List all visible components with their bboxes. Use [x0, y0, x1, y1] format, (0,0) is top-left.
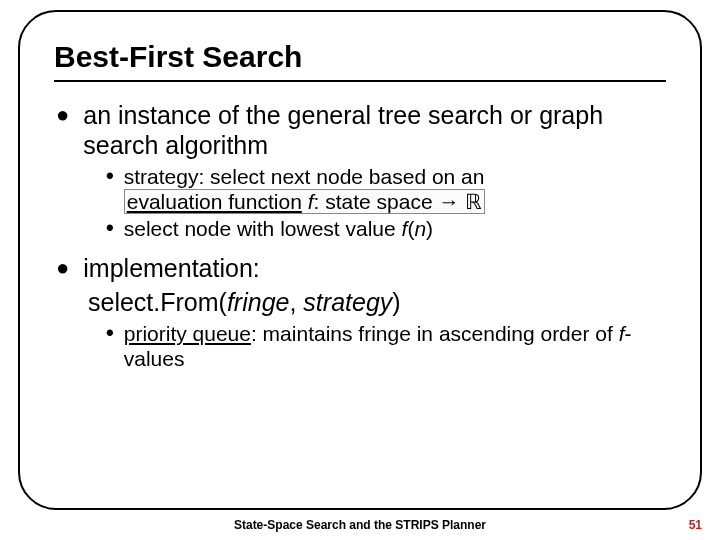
bullet-1-text: an instance of the general tree search o… — [83, 100, 666, 160]
sub-bullet-icon: • — [106, 216, 114, 240]
text-fragment: ) — [426, 217, 433, 240]
bullet-1: ● an instance of the general tree search… — [54, 100, 666, 160]
bullet-1-sub-2: • select node with lowest value f(n) — [106, 216, 666, 241]
bullet-2: ● implementation: — [54, 253, 666, 283]
bullet-2-code-line: select.From(fringe, strategy) — [88, 287, 666, 317]
bullet-1-sub-2-text: select node with lowest value f(n) — [124, 216, 433, 241]
bullet-icon: ● — [56, 253, 69, 283]
bullet-2-sub-1-text: priority queue: maintains fringe in asce… — [124, 321, 666, 371]
bullet-2-sub-1: • priority queue: maintains fringe in as… — [106, 321, 666, 371]
slide-footer: State-Space Search and the STRIPS Planne… — [0, 518, 720, 532]
text-fragment: fringe — [227, 288, 290, 316]
text-fragment: strategy: select next node based on an — [124, 165, 485, 188]
slide-frame: Best-First Search ● an instance of the g… — [18, 10, 702, 510]
bullet-icon: ● — [56, 100, 69, 130]
text-fragment: select.From( — [88, 288, 227, 316]
text-fragment: priority queue — [124, 322, 251, 345]
page-number: 51 — [689, 518, 702, 532]
text-fragment: : maintains fringe in ascending order of — [251, 322, 619, 345]
text-fragment: n — [414, 217, 426, 240]
slide-title: Best-First Search — [54, 40, 666, 74]
text-fragment: strategy — [303, 288, 392, 316]
highlight-box: evaluation function f: state space → ℝ — [124, 189, 486, 214]
bullet-1-sub-1: • strategy: select next node based on an… — [106, 164, 666, 214]
text-fragment: , — [289, 288, 303, 316]
sub-bullet-icon: • — [106, 321, 114, 345]
bullet-2-text: implementation: — [83, 253, 259, 283]
bullet-1-sub-1-text: strategy: select next node based on an e… — [124, 164, 486, 214]
title-rule — [54, 80, 666, 82]
sub-bullet-icon: • — [106, 164, 114, 188]
text-fragment: ) — [392, 288, 400, 316]
text-fragment: : state space → ℝ — [314, 190, 483, 213]
text-fragment: evaluation function — [127, 190, 302, 213]
text-fragment: select node with lowest value — [124, 217, 402, 240]
